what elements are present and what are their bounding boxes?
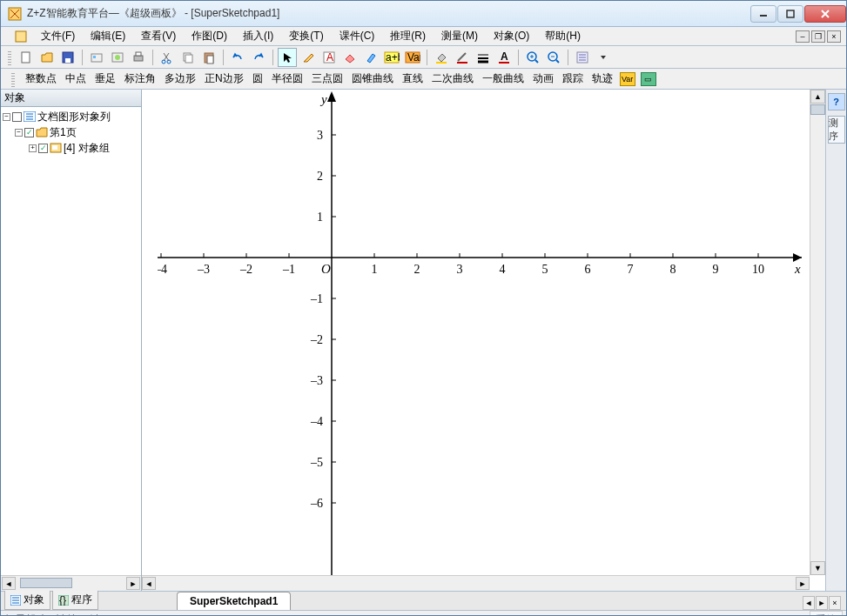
select-tool[interactable]	[278, 48, 297, 67]
toolbar-main: A a+b Var A	[1, 46, 846, 69]
object-tree[interactable]: − 文档图形对象列 − ✓ 第1页 + ✓ [4] 对象组	[1, 107, 141, 575]
canvas-vscrollbar[interactable]: ▲ ▼	[810, 90, 825, 575]
list-icon	[10, 595, 21, 606]
drawing-canvas[interactable]: –4–3–2–112345678910–6–5–4–3–2–1123Oxy	[158, 90, 810, 575]
trace-button[interactable]: 跟踪	[561, 70, 585, 88]
scroll-right-button[interactable]: ►	[796, 577, 810, 590]
save-button[interactable]	[58, 48, 77, 67]
scroll-right-button[interactable]: ►	[126, 577, 140, 590]
var-icon-button[interactable]: Var	[620, 72, 635, 86]
sidebar: 对象 − 文档图形对象列 − ✓ 第1页 + ✓ [4] 对象组 ◄	[1, 90, 142, 591]
close-button[interactable]	[804, 5, 846, 23]
print-button[interactable]	[129, 48, 148, 67]
paste-button[interactable]	[199, 48, 218, 67]
tree-page[interactable]: − ✓ 第1页	[3, 124, 139, 140]
menu-edit[interactable]: 编辑(E)	[89, 27, 127, 45]
mdi-minimize[interactable]: –	[796, 30, 810, 43]
tab-prev-button[interactable]: ◄	[803, 596, 815, 610]
open-button[interactable]	[37, 48, 57, 67]
tab-program[interactable]: {} 程序	[52, 590, 98, 610]
general-curve-button[interactable]: 一般曲线	[481, 70, 526, 88]
polygon-button[interactable]: 多边形	[163, 70, 198, 88]
menu-draw[interactable]: 作图(D)	[190, 27, 229, 45]
tree-group[interactable]: + ✓ [4] 对象组	[3, 140, 139, 156]
sidebar-hscrollbar[interactable]: ◄ ►	[1, 575, 141, 591]
checkbox-icon[interactable]	[12, 112, 22, 122]
menu-help[interactable]: 帮助(H)	[543, 27, 582, 45]
conic-button[interactable]: 圆锥曲线	[350, 70, 395, 88]
tab-close-button[interactable]: ×	[829, 596, 841, 610]
tree-root-label: 文档图形对象列	[37, 109, 111, 124]
minimize-button[interactable]	[750, 5, 776, 23]
scroll-up-button[interactable]: ▲	[810, 90, 825, 104]
gallery1-button[interactable]	[87, 48, 106, 67]
checkbox-icon[interactable]: ✓	[24, 128, 34, 137]
menu-reason[interactable]: 推理(R)	[388, 27, 427, 45]
midpoint-button[interactable]: 中点	[64, 70, 88, 88]
measure-panel-button[interactable]: 测序	[828, 116, 845, 144]
sidebar-title: 对象	[1, 90, 141, 107]
menu-file[interactable]: 文件(F)	[39, 27, 77, 45]
svg-text:–3: –3	[310, 374, 323, 387]
text-color-button[interactable]: A	[494, 48, 514, 67]
fill-color-button[interactable]	[432, 48, 451, 67]
line-button[interactable]: 直线	[400, 70, 425, 88]
perpendicular-button[interactable]: 垂足	[93, 70, 118, 88]
checkbox-icon[interactable]: ✓	[38, 144, 48, 153]
three-point-circle-button[interactable]: 三点圆	[310, 70, 345, 88]
menu-courseware[interactable]: 课件(C)	[338, 27, 377, 45]
options-button[interactable]	[573, 48, 592, 67]
circle-button[interactable]: 圆	[251, 70, 265, 88]
screen-icon-button[interactable]: ▭	[641, 72, 656, 86]
scroll-thumb[interactable]	[810, 104, 825, 115]
regular-ngon-button[interactable]: 正N边形	[203, 70, 245, 88]
highlighter-tool[interactable]	[361, 48, 380, 67]
status-redraw[interactable]: 重绘	[810, 611, 843, 616]
scroll-left-button[interactable]: ◄	[142, 577, 156, 590]
scroll-thumb[interactable]	[20, 578, 72, 588]
help-button[interactable]: ?	[828, 93, 845, 110]
copy-button[interactable]	[178, 48, 198, 67]
tree-root[interactable]: − 文档图形对象列	[3, 109, 139, 124]
quadratic-button[interactable]: 二次曲线	[430, 70, 475, 88]
line-style-button[interactable]	[474, 48, 493, 67]
mark-angle-button[interactable]: 标注角	[123, 70, 158, 88]
new-button[interactable]	[17, 48, 36, 67]
tab-document[interactable]: SuperSketchpad1	[177, 592, 291, 610]
undo-button[interactable]	[228, 48, 247, 67]
cut-button[interactable]	[158, 48, 177, 67]
tab-next-button[interactable]: ►	[816, 596, 828, 610]
menu-measure[interactable]: 测量(M)	[440, 27, 480, 45]
semicircle-button[interactable]: 半径圆	[270, 70, 305, 88]
locus-button[interactable]: 轨迹	[590, 70, 615, 88]
menu-view[interactable]: 查看(V)	[139, 27, 178, 45]
maximize-button[interactable]	[777, 5, 803, 23]
menu-insert[interactable]: 插入(I)	[241, 27, 275, 45]
svg-text:1: 1	[317, 211, 323, 224]
text-tool[interactable]: A	[319, 48, 339, 67]
tab-objects[interactable]: 对象	[4, 590, 50, 610]
menu-transform[interactable]: 变换(T)	[287, 27, 325, 45]
canvas-hscrollbar[interactable]: ◄ ►	[142, 575, 810, 591]
variable-button[interactable]: Var	[403, 48, 422, 67]
scroll-left-button[interactable]: ◄	[2, 577, 16, 590]
line-color-button[interactable]	[453, 48, 472, 67]
eraser-tool[interactable]	[340, 48, 360, 67]
animate-button[interactable]: 动画	[531, 70, 555, 88]
redo-button[interactable]	[249, 48, 268, 67]
pen-tool[interactable]	[299, 48, 318, 67]
zoom-in-button[interactable]	[523, 48, 542, 67]
options-dropdown[interactable]	[594, 48, 613, 67]
expand-icon[interactable]: +	[29, 144, 37, 152]
mdi-restore[interactable]: ❐	[811, 30, 825, 43]
menu-object[interactable]: 对象(O)	[492, 27, 531, 45]
formula-button[interactable]: a+b	[382, 48, 401, 67]
integer-point-button[interactable]: 整数点	[24, 70, 58, 88]
collapse-icon[interactable]: −	[15, 129, 23, 137]
gallery2-button[interactable]	[108, 48, 127, 67]
folder-icon	[36, 127, 48, 137]
scroll-down-button[interactable]: ▼	[810, 561, 825, 575]
collapse-icon[interactable]: −	[3, 113, 10, 121]
mdi-close[interactable]: ×	[827, 30, 841, 43]
zoom-out-button[interactable]	[544, 48, 563, 67]
